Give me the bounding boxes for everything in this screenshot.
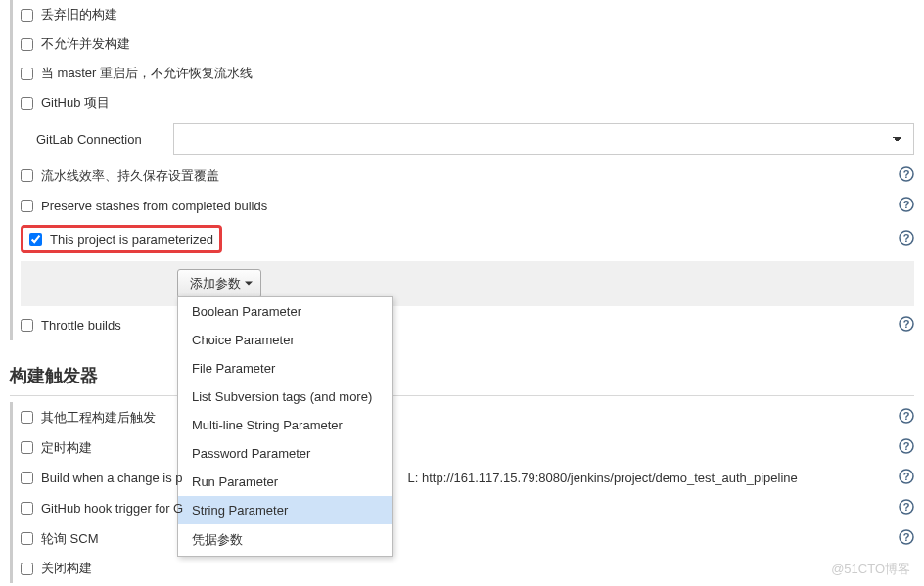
help-icon[interactable]: ? (899, 197, 914, 215)
help-icon[interactable]: ? (899, 469, 914, 487)
help-icon[interactable]: ? (899, 230, 914, 248)
no-concurrent-row: 不允许并发构建 (21, 29, 914, 59)
github-hook-row: GitHub hook trigger for G ? (21, 493, 914, 523)
other-project-trigger-label: 其他工程构建后触发 (41, 409, 156, 427)
github-hook-checkbox[interactable] (21, 502, 33, 515)
build-on-change-url: L: http://161.117.15.79:8080/jenkins/pro… (408, 471, 798, 485)
help-icon[interactable]: ? (899, 529, 914, 548)
svg-text:?: ? (903, 531, 910, 543)
poll-scm-row: 轮询 SCM ? (21, 523, 914, 554)
other-project-trigger-row: 其他工程构建后触发 ? (21, 402, 914, 432)
help-icon[interactable]: ? (899, 316, 914, 335)
svg-text:?: ? (903, 199, 910, 210)
github-project-row: GitHub 项目 (21, 88, 914, 117)
other-project-trigger-checkbox[interactable] (21, 411, 33, 424)
add-parameter-button[interactable]: 添加参数 (177, 269, 261, 298)
timed-build-checkbox[interactable] (21, 441, 33, 454)
timed-build-row: 定时构建 ? (21, 432, 914, 463)
no-resume-master-checkbox[interactable] (21, 68, 33, 80)
discard-old-builds-label: 丢弃旧的构建 (41, 6, 117, 23)
no-resume-master-row: 当 master 重启后，不允许恢复流水线 (21, 59, 914, 88)
poll-scm-label: 轮询 SCM (41, 530, 99, 548)
timed-build-label: 定时构建 (41, 439, 92, 457)
param-menu-item[interactable]: Boolean Parameter (178, 297, 392, 326)
svg-text:?: ? (903, 410, 910, 422)
close-build-label: 关闭构建 (41, 560, 92, 577)
svg-text:?: ? (903, 501, 910, 513)
param-menu-item[interactable]: Choice Parameter (178, 326, 392, 354)
svg-text:?: ? (903, 168, 910, 180)
github-hook-label: GitHub hook trigger for G (41, 501, 183, 516)
parameterized-checkbox[interactable] (29, 233, 42, 246)
parameterized-highlight: This project is parameterized (21, 225, 222, 253)
gitlab-connection-label: GitLab Connection (21, 132, 173, 147)
throttle-builds-checkbox[interactable] (21, 319, 33, 332)
param-menu-item[interactable]: File Parameter (178, 354, 392, 383)
no-resume-master-label: 当 master 重启后，不允许恢复流水线 (41, 65, 253, 82)
preserve-stashes-label: Preserve stashes from completed builds (41, 199, 267, 213)
gitlab-connection-row: GitLab Connection (21, 117, 914, 160)
help-icon[interactable]: ? (899, 166, 914, 185)
close-build-checkbox[interactable] (21, 563, 33, 575)
build-on-change-prefix: Build when a change is p (41, 471, 183, 485)
discard-old-builds-row: 丢弃旧的构建 (21, 0, 914, 29)
discard-old-builds-checkbox[interactable] (21, 9, 33, 22)
close-build-row: 关闭构建 (21, 554, 914, 583)
build-on-change-checkbox[interactable] (21, 472, 33, 484)
build-on-change-row: Build when a change is p L: http://161.1… (21, 463, 914, 493)
github-project-checkbox[interactable] (21, 97, 33, 110)
throttle-builds-label: Throttle builds (41, 318, 121, 333)
help-icon[interactable]: ? (899, 438, 914, 457)
build-triggers-title: 构建触发器 (10, 350, 914, 396)
github-project-label: GitHub 项目 (41, 94, 110, 112)
svg-text:?: ? (903, 440, 910, 452)
pipeline-speed-row: 流水线效率、持久保存设置覆盖 ? (21, 160, 914, 191)
gitlab-connection-select[interactable] (173, 123, 914, 155)
pipeline-speed-checkbox[interactable] (21, 169, 33, 182)
svg-text:?: ? (903, 471, 910, 482)
poll-scm-checkbox[interactable] (21, 532, 33, 545)
svg-text:?: ? (903, 232, 910, 244)
svg-text:?: ? (903, 318, 910, 330)
parameterized-label: This project is parameterized (50, 232, 213, 247)
no-concurrent-label: 不允许并发构建 (41, 35, 130, 53)
preserve-stashes-row: Preserve stashes from completed builds ? (21, 191, 914, 221)
pipeline-speed-label: 流水线效率、持久保存设置覆盖 (41, 167, 219, 185)
throttle-builds-row: Throttle builds ? (21, 310, 914, 340)
no-concurrent-checkbox[interactable] (21, 38, 33, 51)
preserve-stashes-checkbox[interactable] (21, 200, 33, 212)
help-icon[interactable]: ? (899, 408, 914, 427)
parameterized-row: This project is parameterized ? (21, 221, 914, 257)
add-parameter-section: 添加参数 Boolean ParameterChoice ParameterFi… (21, 261, 914, 306)
help-icon[interactable]: ? (899, 499, 914, 518)
